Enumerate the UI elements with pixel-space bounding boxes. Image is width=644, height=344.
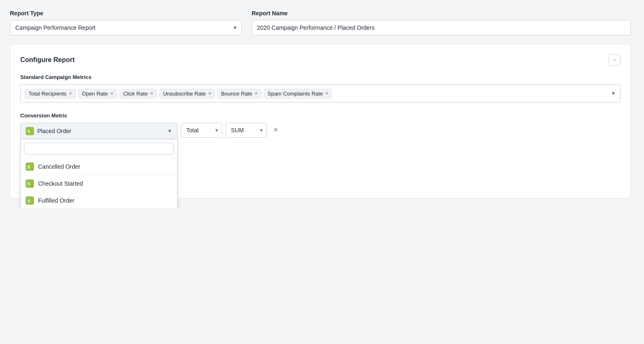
metric-tag-close-spam_complaints_rate[interactable]: × (325, 91, 328, 96)
dropdown-item-cancelled_order[interactable]: S Cancelled Order (21, 158, 177, 175)
report-name-input[interactable] (252, 20, 631, 36)
metric-tag-label-open_rate: Open Rate (82, 91, 108, 97)
shopify-icon-fulfilled_order: S (26, 196, 34, 205)
report-type-select[interactable]: Campaign Performance Report (10, 20, 242, 36)
conversion-metric-section: Conversion Metric S Placed Order ▼ (20, 112, 620, 158)
metric-tag-label-total_recipients: Total Recipients (29, 91, 67, 97)
page-wrapper: Report Type Campaign Performance Report … (10, 10, 631, 198)
collapse-icon: − (613, 57, 616, 63)
metric-tag-bounce_rate: Bounce Rate× (217, 89, 261, 98)
shopify-icon-checkout_started: S (26, 179, 34, 188)
conversion-dropdown-menu: S Cancelled Order S Checkout Started S F… (20, 139, 178, 208)
metric-tag-close-unsubscribe_rate[interactable]: × (208, 91, 211, 96)
dropdown-search-input[interactable] (24, 143, 174, 155)
metric-tag-close-click_rate[interactable]: × (150, 91, 153, 96)
metric-tag-label-click_rate: Click Rate (123, 91, 148, 97)
configure-card: Configure Report − Standard Campaign Met… (10, 44, 631, 198)
metric-tag-total_recipients: Total Recipients× (25, 89, 76, 98)
metric-tag-spam_complaints_rate: Spam Complaints Rate× (264, 89, 332, 98)
sum-select[interactable]: SUM (226, 123, 267, 138)
metric-tag-label-unsubscribe_rate: Unsubscribe Rate (163, 91, 206, 97)
metric-tag-open_rate: Open Rate× (78, 89, 117, 98)
metric-tag-click_rate: Click Rate× (120, 89, 157, 98)
total-select-wrapper: Total ▼ (181, 123, 222, 138)
metric-tag-unsubscribe_rate: Unsubscribe Rate× (159, 89, 215, 98)
conversion-row: S Placed Order ▼ S Cancelled Order (20, 123, 620, 139)
dropdown-item-label-checkout_started: Checkout Started (38, 180, 83, 187)
metrics-container: Total Recipients×Open Rate×Click Rate×Un… (20, 84, 620, 103)
metric-tag-label-bounce_rate: Bounce Rate (221, 91, 252, 97)
report-name-label: Report Name (252, 10, 631, 17)
metric-tag-close-open_rate[interactable]: × (111, 91, 113, 96)
standard-metrics-label: Standard Campaign Metrics (20, 74, 620, 80)
metric-tag-close-bounce_rate[interactable]: × (255, 91, 257, 96)
dropdown-item-label-cancelled_order: Cancelled Order (38, 163, 80, 170)
conversion-dropdown-trigger[interactable]: S Placed Order ▼ (20, 123, 178, 139)
conversion-dropdown-wrapper: S Placed Order ▼ S Cancelled Order (20, 123, 178, 139)
dropdown-item-checkout_started[interactable]: S Checkout Started (21, 175, 177, 192)
top-section: Report Type Campaign Performance Report … (10, 10, 631, 36)
dropdown-item-fulfilled_order[interactable]: S Fulfilled Order (21, 192, 177, 208)
metrics-dropdown-chevron-icon[interactable]: ▼ (611, 91, 616, 96)
dropdown-search-wrapper (21, 139, 177, 158)
report-name-group: Report Name (252, 10, 631, 36)
conversion-dropdown-chevron-icon: ▼ (167, 128, 172, 134)
report-type-label: Report Type (10, 10, 242, 17)
svg-text:S: S (27, 128, 30, 134)
configure-title: Configure Report (20, 56, 75, 64)
report-type-group: Report Type Campaign Performance Report … (10, 10, 242, 36)
remove-conversion-button[interactable]: × (270, 123, 281, 137)
total-select[interactable]: Total (181, 123, 222, 138)
metric-tag-close-total_recipients[interactable]: × (69, 91, 72, 96)
svg-text:S: S (27, 198, 30, 204)
dropdown-item-label-fulfilled_order: Fulfilled Order (38, 197, 74, 204)
collapse-button[interactable]: − (609, 54, 620, 66)
shopify-icon: S (26, 127, 34, 135)
standard-metrics-section: Standard Campaign Metrics Total Recipien… (20, 74, 620, 103)
configure-header: Configure Report − (20, 54, 620, 66)
shopify-icon-cancelled_order: S (26, 162, 34, 171)
conversion-metric-label: Conversion Metric (20, 112, 620, 119)
report-type-select-wrapper: Campaign Performance Report ▼ (10, 20, 242, 36)
sum-select-wrapper: SUM ▼ (226, 123, 267, 138)
metric-tag-label-spam_complaints_rate: Spam Complaints Rate (267, 91, 323, 97)
svg-text:S: S (27, 181, 30, 187)
svg-text:S: S (27, 164, 30, 170)
conversion-selected-value: Placed Order (37, 128, 164, 134)
